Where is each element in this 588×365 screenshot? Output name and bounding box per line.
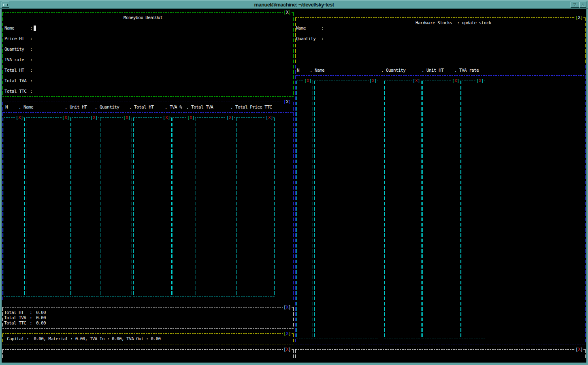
field-label-total-ht: Total HT [4,68,24,73]
bottom-left-panel: [X] [2,349,294,360]
colon: : [30,47,32,52]
total-ht-label: Total HT [4,310,23,315]
colon: : [30,89,32,94]
dealout-column-box-n: [X] [4,117,25,297]
col-header-quantity: , Quantity [95,105,119,110]
shade-button[interactable]: ▽ [571,2,579,8]
total-tva-value: 0.00 [36,315,46,320]
colon: : [30,320,32,326]
moneybox-dealout-panel: [X] [2,12,294,97]
colon: : [30,26,32,31]
field-label-total-tva: Total TVA [4,78,26,83]
close-icon[interactable]: [X] [123,115,131,120]
col-header-n: N [5,105,8,110]
bottom-right-panel: [X] [295,349,586,360]
close-icon[interactable]: [X] [226,115,234,120]
field-label-name: Name [4,26,14,31]
total-ht-value: 0.00 [36,310,46,315]
field-label-stock-name: Name [296,26,306,31]
totals-panel: [X] [2,307,294,329]
dealout-column-box-unit-ht: [X] [72,117,99,297]
field-label-total-ttc: Total TTC [4,89,26,94]
colon: : [30,315,32,320]
colon: : [321,26,324,31]
col-header-unit-ht: , Unit HT [422,68,443,73]
triangle-down-icon: ▽ [573,3,576,6]
close-icon[interactable]: [X] [187,115,195,120]
colon: : [30,36,32,41]
stocks-column-box-name: [X] [314,81,378,339]
maximize-button[interactable]: △ [579,2,586,8]
close-icon[interactable]: [X] [283,347,291,352]
col-header-tva-pct: , TVA % [165,105,182,110]
dealout-column-box-name: [X] [26,117,71,297]
dealout-column-box-quantity: [X] [100,117,132,297]
colon: : [30,68,32,73]
col-header-total-ht: , Total HT [129,105,153,110]
col-header-quantity: , Quantity [381,68,405,73]
dealout-column-box-total-tva: [X] [197,117,235,297]
stocks-column-box-unit-ht: [X] [422,81,461,339]
window-titlebar[interactable]: manuel@machine: ~/devel/sky-test ▽ △ [0,0,588,9]
close-icon[interactable]: [X] [15,115,23,120]
hardware-stocks-title: Hardware Stocks : update stock [415,20,491,26]
col-header-n: N [297,68,299,73]
close-icon[interactable]: [X] [265,115,273,120]
close-icon[interactable]: [X] [283,305,291,310]
close-icon[interactable]: [X] [304,78,312,83]
capital-summary-line: Capital : 0.00, Material : 0.00, TVA In … [7,336,160,342]
header-separator-line [296,75,585,76]
close-icon[interactable]: [X] [369,78,377,83]
close-icon[interactable]: [X] [62,115,70,120]
close-icon[interactable]: [X] [476,78,484,83]
col-header-total-price-ttc: , Total Price TTC [230,105,272,110]
stocks-column-box-n: [X] [296,81,313,339]
col-header-tva-rate: , TVA rate [454,68,479,73]
stocks-column-box-quantity: [X] [384,81,422,339]
close-icon[interactable]: [X] [283,331,291,336]
close-icon[interactable]: [X] [412,78,420,83]
close-icon[interactable]: [X] [283,99,291,105]
field-label-tva-rate: TVA rate [4,57,24,62]
colon: : [321,36,324,41]
dealout-column-box-total-ht: [X] [133,117,172,297]
close-icon[interactable]: [X] [452,78,460,83]
triangle-up-icon: △ [582,3,584,6]
col-header-total-tva: , Total TVA [186,105,213,110]
header-separator-line [3,112,293,113]
col-header-unit-ht: , Unit HT [65,105,87,110]
col-header-name: , Name [310,68,324,73]
colon: : [30,310,32,315]
close-icon[interactable]: [X] [575,347,583,352]
close-icon[interactable]: [X] [90,115,98,120]
field-label-quantity: Quantity [4,47,24,52]
stocks-column-box-tva-rate: [X] [462,81,485,339]
colon: : [30,78,32,83]
total-tva-label: Total TVA [4,315,26,320]
colon: : [30,57,32,62]
col-header-name: , Name [19,105,33,110]
dealout-column-box-total-price-ttc: [X] [236,117,275,297]
window-title: manuel@machine: ~/devel/sky-test [0,2,588,8]
moneybox-title: Moneybox DealOut [124,15,162,20]
close-icon[interactable]: [X] [162,115,170,120]
application-window: manuel@machine: ~/devel/sky-test ▽ △ [X]… [0,0,588,365]
total-ttc-value: 0.00 [36,320,46,326]
field-label-price-ht: Price HT [4,36,24,41]
total-ttc-label: Total TTC [4,320,26,326]
name-input-cursor[interactable] [34,26,36,31]
dealout-column-box-tva-pct: [X] [173,117,196,297]
close-icon[interactable]: [X] [283,10,291,15]
field-label-stock-quantity: Quantity [296,36,315,41]
close-icon[interactable]: [X] [575,15,583,20]
